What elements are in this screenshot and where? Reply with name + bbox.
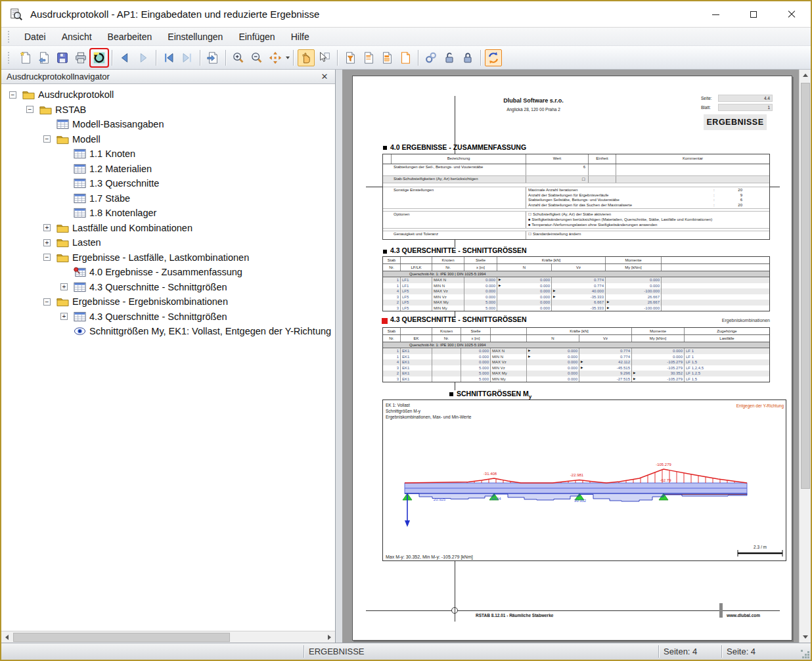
- setting-line: Stabteilungen Seilstäbe, Bettungs- und V…: [528, 198, 767, 203]
- title-bar: Ausdruckprotokoll - AP1: Eingabedaten un…: [1, 1, 811, 28]
- page-content-view-button[interactable]: [378, 49, 395, 66]
- close-button[interactable]: [773, 1, 811, 28]
- zoom-out-button[interactable]: [248, 49, 265, 66]
- panel-splitter[interactable]: [336, 70, 342, 643]
- minimize-button[interactable]: [696, 1, 734, 28]
- scroll-right-button[interactable]: [324, 631, 335, 643]
- print-button[interactable]: [72, 49, 89, 66]
- tree-item-1-7-stäbe[interactable]: 1.7 Stäbe: [1, 191, 335, 206]
- report-table-row: 2LF5MAX My5.0000.0006.667▶26.667: [383, 300, 769, 306]
- nav-back-button[interactable]: [116, 49, 133, 66]
- last-page-button[interactable]: [179, 49, 196, 66]
- pan-mode-button[interactable]: [298, 49, 315, 66]
- tree-item-1-1-knoten[interactable]: 1.1 Knoten: [1, 147, 335, 162]
- tree-item-ergebnisse-lastfälle-lastkombinationen[interactable]: −Ergebnisse - Lastfälle, Lastkombination…: [1, 250, 335, 265]
- link-graphics-button[interactable]: [422, 49, 440, 66]
- dropdown-caret-icon[interactable]: [286, 57, 290, 59]
- page-blank-view-button[interactable]: [397, 49, 414, 66]
- expander-expand-icon[interactable]: +: [60, 313, 68, 320]
- extreme-marker-icon: ▶: [581, 365, 583, 371]
- table-cell: 4: [383, 359, 401, 365]
- navigator-title: Ausdruckprotokollnavigator: [7, 72, 319, 81]
- expander-expand-icon[interactable]: +: [43, 239, 51, 246]
- tree-item-1-3-querschnitte[interactable]: 1.3 Querschnitte: [1, 176, 335, 191]
- navigator-close-icon[interactable]: ✕: [319, 72, 330, 81]
- tree-item-4-0-ergebnisse-zusammenfassung[interactable]: 4.0 Ergebnisse - Zusammenfassung: [1, 265, 335, 280]
- diagram-label: Entgegen der Y-Richtung: [736, 403, 784, 409]
- table-cell: [662, 277, 769, 283]
- move-view-button[interactable]: [267, 49, 284, 66]
- tree-item-label: 1.3 Querschnitte: [89, 178, 159, 189]
- document-preview-area[interactable]: Dlubal Software s.r.o. Anglická 28, 120 …: [342, 70, 799, 643]
- sync-model-button[interactable]: [485, 49, 502, 66]
- expander-expand-icon[interactable]: +: [60, 283, 68, 290]
- col-einheit: Einheit: [589, 154, 616, 164]
- option-line: ☐Standardeinstellung ändern: [528, 232, 767, 237]
- tree-item-ausdruckprotokoll[interactable]: −Ausdruckprotokoll: [1, 87, 335, 103]
- maximize-button[interactable]: [734, 1, 773, 28]
- tree-item-schnittgrößen-my-ek1-vollast-entgegen-der-y-richtung[interactable]: Schnittgrößen My, EK1: Vollast, Entgegen…: [1, 324, 335, 339]
- table-cell: 1: [383, 354, 401, 360]
- goto-page-button[interactable]: [204, 49, 221, 66]
- nav-forward-button[interactable]: [135, 49, 152, 66]
- lock-graphics-button[interactable]: [459, 49, 476, 66]
- scroll-up-button[interactable]: [800, 70, 811, 81]
- scroll-left-button[interactable]: [1, 631, 12, 643]
- nav-forward-icon: [136, 51, 150, 65]
- moment-diagram-box: EK 1: VollastSchnittgrößen M-yErgebnisko…: [382, 399, 786, 561]
- tree-item-label: Ergebnisse - Ergebniskombinationen: [72, 296, 228, 307]
- navigator-tree: −Ausdruckprotokoll−RSTABModell-Basisanga…: [1, 84, 335, 631]
- new-report-button[interactable]: [17, 49, 34, 66]
- menu-item-ansicht[interactable]: Ansicht: [54, 29, 100, 45]
- table-cell: 0.000: [606, 283, 662, 289]
- page-header-view-button[interactable]: [360, 49, 377, 66]
- select-mode-button[interactable]: [316, 49, 333, 66]
- resize-grip[interactable]: [801, 650, 810, 659]
- expander-collapse-icon[interactable]: −: [9, 91, 16, 99]
- save-report-button[interactable]: [54, 49, 71, 66]
- scroll-down-button[interactable]: [800, 631, 811, 643]
- expander-expand-icon[interactable]: +: [43, 224, 51, 231]
- menu-item-einstellungen[interactable]: Einstellungen: [160, 29, 231, 45]
- page-header-view-icon: [361, 51, 376, 65]
- navigator-horizontal-scrollbar[interactable]: [1, 631, 335, 643]
- expander-collapse-icon[interactable]: −: [43, 254, 51, 261]
- folder-icon: [56, 296, 69, 307]
- tree-item-ergebnisse-ergebniskombinationen[interactable]: −Ergebnisse - Ergebniskombinationen: [1, 294, 335, 309]
- menu-item-hilfe[interactable]: Hilfe: [283, 29, 317, 45]
- vertical-scroll-thumb[interactable]: [801, 83, 810, 489]
- unlock-graphics-button[interactable]: [441, 49, 458, 66]
- horizontal-scroll-thumb[interactable]: [13, 633, 230, 642]
- menu-item-bearbeiten[interactable]: Bearbeiten: [100, 29, 160, 45]
- tree-item-modell-basisangaben[interactable]: Modell-Basisangaben: [1, 117, 335, 132]
- first-page-button[interactable]: [160, 49, 177, 66]
- table-cell: ▶0.000: [527, 354, 579, 360]
- tree-item-rstab[interactable]: −RSTAB: [1, 103, 335, 118]
- filter-page-button[interactable]: [342, 49, 359, 66]
- tree-item-modell[interactable]: −Modell: [1, 132, 335, 147]
- table-cell: LF 1,2,5: [685, 371, 769, 376]
- tree-item-4-3-querschnitte-schnittgrößen[interactable]: +4.3 Querschnitte - Schnittgrößen: [1, 280, 335, 295]
- table-cell: 0.000: [632, 354, 685, 360]
- table-cell: 0.000: [527, 365, 579, 371]
- expander-collapse-icon[interactable]: −: [43, 298, 51, 306]
- tree-item-1-2-materialien[interactable]: 1.2 Materialien: [1, 162, 335, 177]
- expander-collapse-icon[interactable]: −: [26, 106, 34, 113]
- menu-item-datei[interactable]: Datei: [16, 29, 54, 45]
- tree-item-lasten[interactable]: +Lasten: [1, 235, 335, 250]
- open-report-button[interactable]: [35, 49, 53, 66]
- tree-item-lastfälle-und-kombinationen[interactable]: +Lastfälle und Kombinationen: [1, 221, 335, 236]
- table-cell: EK1: [401, 359, 432, 365]
- expander-collapse-icon[interactable]: −: [43, 135, 51, 143]
- zoom-in-button[interactable]: [230, 49, 247, 66]
- tree-item-1-8-knotenlager[interactable]: 1.8 Knotenlager: [1, 206, 335, 221]
- menu-item-einfügen[interactable]: Einfügen: [231, 29, 282, 45]
- diagram-label: -22.981: [570, 473, 584, 477]
- filter-page-icon: [343, 51, 357, 65]
- refresh-report-button[interactable]: [91, 49, 108, 66]
- table-cell: 9.296: [579, 371, 632, 376]
- table-cell: MAX Vz: [491, 359, 527, 365]
- section-right-note: Ergebniskombinationen: [639, 318, 770, 323]
- tree-item-4-3-querschnitte-schnittgrößen[interactable]: +4.3 Querschnitte - Schnittgrößen: [1, 309, 335, 325]
- document-vertical-scrollbar[interactable]: [799, 70, 811, 643]
